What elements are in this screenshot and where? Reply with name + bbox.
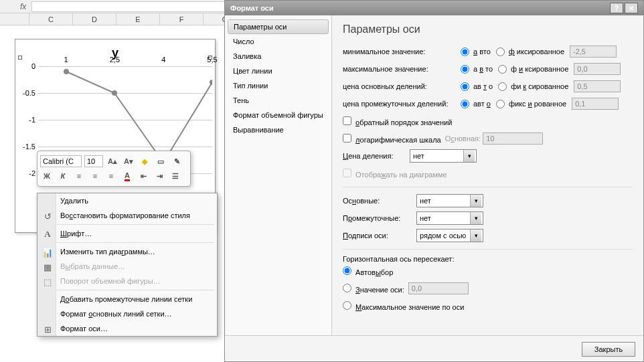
col-header[interactable]: D: [73, 13, 116, 25]
ctx-delete[interactable]: Удалить: [37, 193, 217, 208]
max-auto-radio[interactable]: авто: [461, 65, 493, 74]
nav-line-type[interactable]: Тип линии: [225, 78, 331, 93]
chart-type-icon: 📊: [42, 246, 54, 258]
reverse-order-checkbox[interactable]: обратный порядок значений: [343, 116, 452, 126]
format-axis-icon: ⊞: [42, 323, 54, 335]
ctx-add-minor-gridlines[interactable]: Добавить промежуточные линии сетки: [37, 292, 217, 306]
context-menu: Удалить ↺ Восстановить форматирование ст…: [37, 193, 218, 337]
minor-auto-radio[interactable]: авто: [461, 100, 491, 108]
y-tick: -1.5: [19, 143, 35, 151]
svg-point-1: [112, 90, 117, 96]
align-left-icon[interactable]: ≡: [72, 169, 86, 183]
ctx-change-chart-type[interactable]: 📊 Изменить тип диаграммы…: [37, 244, 217, 259]
decrease-indent-icon[interactable]: ⇤: [137, 169, 150, 183]
nav-number[interactable]: Число: [225, 34, 331, 49]
log-scale-checkbox[interactable]: логарифмическая шкала: [343, 134, 441, 144]
ctx-format-axis[interactable]: ⊞ Формат оси…: [37, 321, 217, 336]
major-auto-radio[interactable]: авто: [461, 82, 493, 91]
rotate-3d-icon: ⬚: [42, 276, 54, 288]
ctx-rotate-3d: ⬚ Поворот объемной фигуры…: [37, 274, 217, 288]
nav-alignment[interactable]: Выравнивание: [225, 122, 331, 137]
x-tick: 1: [56, 56, 76, 64]
svg-point-3: [210, 80, 212, 85]
close-icon[interactable]: ✕: [625, 3, 638, 13]
crosses-max-radio[interactable]: Максимальное значение по оси: [343, 301, 464, 311]
x-tick: 2,5: [104, 56, 125, 64]
fx-icon[interactable]: fx: [20, 2, 26, 11]
crosses-value-radio[interactable]: Значение оси:: [343, 284, 404, 294]
crosses-value-input: [408, 282, 469, 294]
tick-labels-dropdown[interactable]: рядом с осью: [416, 229, 483, 242]
x-tick: 4: [153, 56, 173, 64]
increase-font-icon[interactable]: A▴: [106, 155, 119, 168]
log-base-label: Основная:: [445, 134, 481, 143]
svg-point-0: [64, 69, 69, 74]
ctx-format-major-gridlines[interactable]: Формат основных линий сетки…: [37, 306, 217, 321]
bold-button[interactable]: Ж: [40, 169, 54, 183]
reset-icon: ↺: [42, 210, 54, 222]
minor-ticks-dropdown[interactable]: нет: [416, 211, 483, 225]
dialog-nav: Параметры оси Число Заливка Цвет линии Т…: [225, 15, 332, 335]
nav-line-color[interactable]: Цвет линии: [225, 64, 331, 78]
min-value-input: [570, 46, 617, 58]
ctx-reset-style[interactable]: ↺ Восстановить форматирование стиля: [37, 208, 217, 223]
major-unit-label: цена основных делений:: [343, 82, 461, 90]
crosses-auto-radio[interactable]: Автовыбор: [343, 266, 393, 276]
font-family-input[interactable]: [40, 155, 82, 167]
nav-axis-params[interactable]: Параметры оси: [228, 19, 329, 34]
display-units-label: Цена деления:: [343, 152, 410, 160]
increase-indent-icon[interactable]: ⇥: [153, 169, 166, 183]
tick-labels-label: Подписи оси:: [343, 232, 416, 240]
font-color-icon[interactable]: A: [120, 169, 134, 183]
major-ticks-dropdown[interactable]: нет: [416, 194, 483, 207]
select-data-icon: ▦: [42, 261, 54, 273]
format-painter-icon[interactable]: ✎: [170, 155, 183, 168]
col-header[interactable]: F: [160, 13, 204, 25]
y-tick: 0: [19, 62, 35, 70]
ctx-font[interactable]: A Шрифт…: [37, 226, 217, 241]
log-base-input: [483, 132, 543, 145]
help-button[interactable]: ?: [610, 3, 623, 13]
y-tick: -2: [19, 169, 35, 177]
max-label: максимальное значение:: [343, 65, 461, 73]
min-fixed-radio[interactable]: фиксированное: [496, 48, 564, 56]
crosses-heading: Горизонтальная ось пересекает:: [343, 255, 633, 263]
x-tick: 5,5: [202, 56, 222, 64]
col-header[interactable]: E: [116, 13, 160, 25]
minor-fixed-radio[interactable]: фиксированное: [496, 100, 566, 108]
panel-heading: Параметры оси: [343, 23, 633, 35]
border-icon[interactable]: ▭: [154, 155, 167, 168]
fill-color-icon[interactable]: ◆: [138, 155, 151, 168]
minor-unit-label: цена промежуточных делений:: [343, 100, 461, 108]
minor-ticks-label: Промежуточные:: [343, 214, 416, 222]
max-value-input: [574, 63, 621, 75]
major-ticks-label: Основные:: [343, 197, 416, 205]
show-on-chart-checkbox: Отображать на диаграмме: [343, 169, 447, 179]
y-tick: -1: [19, 116, 35, 124]
font-size-input[interactable]: [84, 155, 103, 167]
format-axis-dialog: Формат оси ? ✕ Параметры оси Число Залив…: [224, 0, 644, 362]
close-button[interactable]: Закрыть: [582, 342, 635, 357]
nav-fill[interactable]: Заливка: [225, 49, 331, 64]
col-header[interactable]: C: [29, 13, 73, 25]
display-units-dropdown[interactable]: нет: [410, 149, 477, 163]
nav-3d-format[interactable]: Формат объемной фигуры: [225, 108, 331, 122]
font-icon: A: [42, 228, 54, 240]
dialog-titlebar[interactable]: Формат оси ? ✕: [225, 1, 643, 15]
max-fixed-radio[interactable]: фиксированное: [498, 65, 568, 74]
min-label: минимальное значение:: [343, 48, 461, 56]
major-fixed-radio[interactable]: фиксированное: [498, 82, 568, 91]
dialog-title: Формат оси: [230, 4, 274, 12]
y-tick: -0.5: [19, 89, 35, 97]
bullets-icon[interactable]: ☰: [169, 169, 182, 183]
italic-button[interactable]: К: [56, 169, 70, 183]
decrease-font-icon[interactable]: A▾: [122, 155, 135, 168]
minor-value-input: [572, 98, 619, 110]
min-auto-radio[interactable]: авто: [461, 48, 491, 56]
nav-shadow[interactable]: Тень: [225, 93, 331, 108]
major-value-input: [574, 80, 621, 92]
ctx-select-data: ▦ Выбрать данные…: [37, 259, 217, 274]
align-center-icon[interactable]: ≡: [88, 169, 102, 183]
align-right-icon[interactable]: ≡: [104, 169, 118, 183]
mini-toolbar: A▴ A▾ ◆ ▭ ✎ Ж К ≡ ≡ ≡ A ⇤ ⇥ ☰: [37, 151, 191, 187]
